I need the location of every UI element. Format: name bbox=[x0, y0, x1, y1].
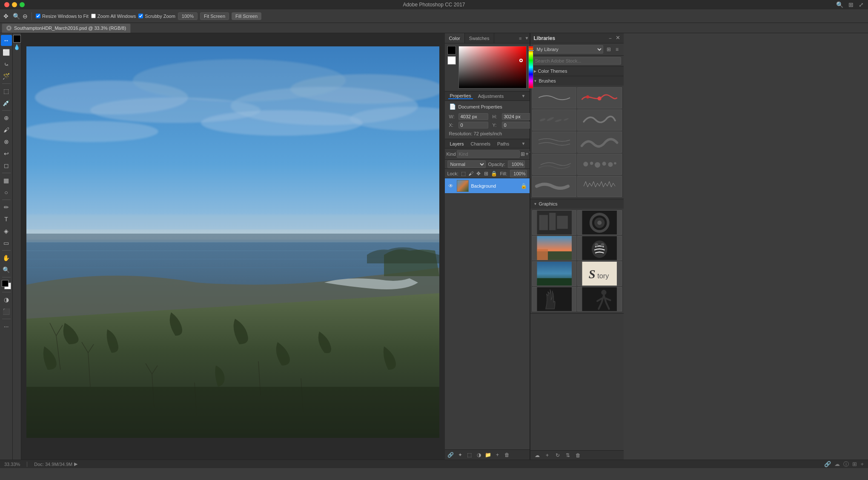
minimize-button[interactable] bbox=[12, 2, 17, 7]
x-input[interactable] bbox=[458, 122, 488, 129]
lock-image-btn[interactable]: 🖌 bbox=[468, 170, 473, 177]
status-new-icon[interactable]: + bbox=[860, 461, 864, 467]
brush-cell-9[interactable] bbox=[532, 176, 577, 197]
lib-sync-icon[interactable]: ↻ bbox=[554, 452, 561, 459]
color-themes-header[interactable]: ▶ Color Themes bbox=[530, 66, 624, 76]
fill-input[interactable] bbox=[510, 170, 527, 177]
lock-transparent-btn[interactable]: ⬚ bbox=[461, 170, 466, 177]
layers-search-input[interactable] bbox=[457, 150, 520, 158]
lock-position-btn[interactable]: ✥ bbox=[476, 170, 481, 177]
fg-bg-colors[interactable] bbox=[13, 35, 21, 43]
tab-paths[interactable]: Paths bbox=[496, 141, 511, 146]
shape-tool[interactable]: ▭ bbox=[1, 237, 12, 249]
close-button[interactable] bbox=[4, 2, 9, 7]
foreground-swatch[interactable] bbox=[447, 46, 456, 54]
library-select[interactable]: My Library bbox=[533, 45, 603, 54]
status-arrow-icon[interactable]: ▶ bbox=[74, 461, 77, 467]
layers-fx-btn[interactable]: ✦ bbox=[457, 451, 464, 458]
library-search-input[interactable] bbox=[533, 57, 621, 65]
layers-tb-filter-icon[interactable]: ⊞ bbox=[521, 150, 525, 158]
layers-new-btn[interactable]: + bbox=[494, 451, 501, 458]
tab-layers[interactable]: Layers bbox=[448, 141, 466, 146]
window-controls[interactable] bbox=[4, 2, 25, 7]
lock-all-btn[interactable]: 🔒 bbox=[491, 170, 497, 177]
canvas-area[interactable] bbox=[21, 33, 445, 460]
lib-cloud-icon[interactable]: ☁ bbox=[534, 452, 541, 459]
lib-list-view-btn[interactable]: ≡ bbox=[613, 46, 621, 53]
hand-tool[interactable]: ✋ bbox=[1, 252, 12, 263]
opacity-input[interactable] bbox=[508, 160, 525, 168]
clone-stamp-tool[interactable]: ⊗ bbox=[1, 136, 12, 147]
zoom-out-icon[interactable]: ⊖ bbox=[23, 13, 28, 20]
lib-grid-view-btn[interactable]: ⊞ bbox=[605, 46, 613, 53]
color-panel-collapse-btn[interactable]: ▼ bbox=[524, 36, 530, 41]
gfx-cell-4[interactable] bbox=[577, 236, 622, 260]
layers-group-btn[interactable]: 📁 bbox=[485, 451, 492, 458]
dodge-tool[interactable]: ○ bbox=[1, 187, 12, 198]
resize-windows-checkbox[interactable] bbox=[36, 14, 40, 18]
brush-cell-8[interactable] bbox=[577, 154, 622, 175]
maximize-button[interactable] bbox=[20, 2, 25, 7]
lock-artboard-btn[interactable]: ⊞ bbox=[484, 170, 489, 177]
brush-cell-6[interactable] bbox=[577, 131, 622, 153]
y-input[interactable] bbox=[502, 122, 532, 129]
gfx-cell-3[interactable] bbox=[532, 236, 577, 260]
brush-cell-5[interactable] bbox=[532, 131, 577, 153]
color-gradient-picker[interactable] bbox=[458, 46, 527, 89]
hue-strip[interactable] bbox=[528, 46, 533, 89]
brush-cell-2[interactable] bbox=[577, 87, 622, 109]
doc-tab-close[interactable]: ✕ bbox=[6, 26, 11, 31]
extra-tools[interactable]: ··· bbox=[1, 321, 12, 332]
tab-swatches[interactable]: Swatches bbox=[465, 33, 494, 43]
screen-mode-tool[interactable]: ⬛ bbox=[1, 306, 12, 317]
background-swatch[interactable] bbox=[447, 56, 456, 65]
libraries-minimize-icon[interactable]: － bbox=[607, 34, 613, 42]
search-icon[interactable]: 🔍 bbox=[836, 1, 843, 8]
zoom-in-icon[interactable]: 🔍 bbox=[13, 13, 20, 20]
crop-tool[interactable]: ⬚ bbox=[1, 86, 12, 97]
document-tab[interactable]: ✕ SouthamptonHDR_March2016.psd @ 33.3% (… bbox=[2, 23, 131, 33]
library-scroll-area[interactable]: ▶ Color Themes ▼ Brushes bbox=[530, 66, 624, 450]
brush-cell-3[interactable] bbox=[532, 109, 577, 131]
zoom-tool[interactable]: 🔍 bbox=[1, 264, 12, 275]
lib-add-icon[interactable]: + bbox=[544, 452, 551, 459]
move-tool[interactable]: ↔ bbox=[1, 35, 12, 46]
height-input[interactable] bbox=[502, 113, 532, 120]
layers-panel-collapse-btn[interactable]: ▼ bbox=[521, 141, 526, 146]
fill-screen-button[interactable]: Fill Screen bbox=[232, 12, 261, 20]
layers-delete-btn[interactable]: 🗑 bbox=[504, 451, 510, 458]
foreground-color-swatch[interactable] bbox=[2, 280, 9, 287]
libraries-close-icon[interactable]: ✕ bbox=[616, 34, 620, 42]
tab-channels[interactable]: Channels bbox=[469, 141, 492, 146]
gfx-cell-8[interactable] bbox=[577, 287, 622, 311]
brush-cell-4[interactable] bbox=[577, 109, 622, 131]
gfx-cell-2[interactable] bbox=[577, 210, 622, 235]
lasso-tool[interactable]: ⤿ bbox=[1, 59, 12, 70]
color-panel-menu-icon[interactable]: ≡ bbox=[516, 36, 524, 41]
properties-panel-collapse-btn[interactable]: ▼ bbox=[521, 94, 526, 99]
brush-tool[interactable]: 🖌 bbox=[1, 124, 12, 135]
lib-sort-icon[interactable]: ⇅ bbox=[564, 452, 571, 459]
brush-cell-1[interactable] bbox=[532, 87, 577, 109]
brush-cell-7[interactable] bbox=[532, 154, 577, 175]
status-link-icon[interactable]: 🔗 bbox=[824, 461, 831, 467]
move-tool-icon[interactable]: ✥ bbox=[3, 13, 9, 20]
layers-link-btn[interactable]: 🔗 bbox=[447, 451, 454, 458]
zoom-percent-button[interactable]: 100% bbox=[178, 12, 198, 20]
tab-color[interactable]: Color bbox=[445, 33, 465, 43]
layer-visibility-icon[interactable]: 👁 bbox=[447, 183, 454, 189]
gfx-cell-7[interactable] bbox=[532, 287, 577, 311]
tab-adjustments[interactable]: Adjustments bbox=[476, 94, 506, 99]
pen-tool[interactable]: ✏ bbox=[1, 202, 12, 213]
eyedropper-tool[interactable]: 💉 bbox=[1, 97, 12, 109]
gradient-tool[interactable]: ▦ bbox=[1, 175, 12, 186]
blend-mode-select[interactable]: Normal bbox=[447, 160, 486, 168]
status-grid-icon[interactable]: ⊞ bbox=[852, 461, 857, 467]
fit-screen-button[interactable]: Fit Screen bbox=[200, 12, 229, 20]
layers-adj-btn[interactable]: ◑ bbox=[476, 451, 482, 458]
graphics-header[interactable]: ▼ Graphics bbox=[530, 199, 624, 209]
gfx-cell-5[interactable] bbox=[532, 261, 577, 286]
status-info-icon[interactable]: ⓘ bbox=[843, 460, 849, 468]
text-tool[interactable]: T bbox=[1, 214, 12, 225]
brushes-header[interactable]: ▼ Brushes bbox=[530, 76, 624, 86]
